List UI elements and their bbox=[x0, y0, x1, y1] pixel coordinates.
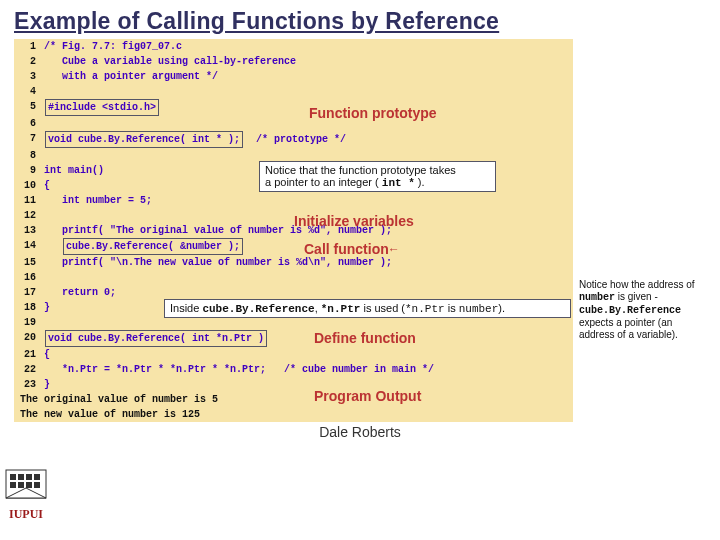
footer-author: Dale Roberts bbox=[14, 424, 706, 440]
label-initialize: Initialize variables bbox=[294, 214, 414, 229]
svg-rect-7 bbox=[26, 482, 32, 488]
svg-text:IUPUI: IUPUI bbox=[9, 507, 43, 521]
label-define: Define function bbox=[314, 331, 416, 346]
label-output: Program Output bbox=[314, 389, 421, 404]
svg-rect-8 bbox=[34, 482, 40, 488]
page-title: Example of Calling Functions by Referenc… bbox=[14, 8, 706, 35]
side-note: Notice how the address of number is give… bbox=[579, 39, 706, 422]
define-box: void cube.By.Reference( int *n.Ptr ) bbox=[45, 330, 267, 347]
iupui-logo-icon: IUPUI bbox=[4, 468, 48, 528]
label-call: Call function bbox=[304, 242, 389, 257]
svg-rect-6 bbox=[18, 482, 24, 488]
output-line: The new value of number is 125 bbox=[14, 407, 573, 422]
arrow-icon: ← bbox=[390, 243, 397, 258]
include-box: #include <stdio.h> bbox=[45, 99, 159, 116]
proto-box: void cube.By.Reference( int * ); bbox=[45, 131, 243, 148]
note-prototype: Notice that the function prototype takes… bbox=[259, 161, 496, 192]
output-line: The original value of number is 5 bbox=[14, 392, 573, 407]
note-inside: Inside cube.By.Reference, *n.Ptr is used… bbox=[164, 299, 571, 318]
svg-rect-4 bbox=[34, 474, 40, 480]
code-block: 1/* Fig. 7.7: fig07_07.c 2 Cube a variab… bbox=[14, 39, 573, 422]
svg-rect-5 bbox=[10, 482, 16, 488]
svg-rect-3 bbox=[26, 474, 32, 480]
svg-rect-2 bbox=[18, 474, 24, 480]
call-box: cube.By.Reference( &number ); bbox=[63, 238, 243, 255]
svg-rect-1 bbox=[10, 474, 16, 480]
label-prototype: Function prototype bbox=[309, 106, 437, 121]
